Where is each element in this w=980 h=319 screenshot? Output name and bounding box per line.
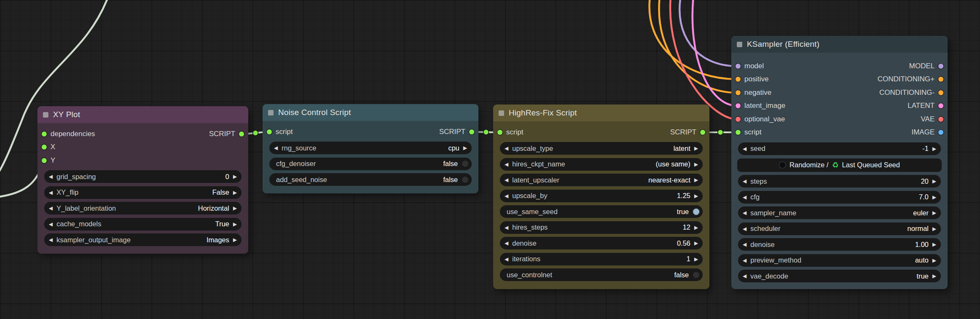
arrow-right-icon[interactable]: ▶ <box>932 242 936 247</box>
output-dot[interactable] <box>938 130 943 135</box>
widget-cfg-denoiser[interactable]: cfg_denoiser false <box>269 158 472 170</box>
node-xy-plot[interactable]: XY Plot dependencies SCRIPT X Y ◀ grid_s… <box>37 106 248 254</box>
arrow-left-icon[interactable]: ◀ <box>743 273 746 279</box>
arrow-left-icon[interactable]: ◀ <box>505 241 508 246</box>
arrow-left-icon[interactable]: ◀ <box>49 190 53 195</box>
arrow-right-icon[interactable]: ▶ <box>932 210 936 215</box>
node-highres-fix-script[interactable]: HighRes-Fix Script script SCRIPT ◀ upsca… <box>493 105 709 289</box>
node-header[interactable]: XY Plot <box>37 106 248 123</box>
node-header[interactable]: HighRes-Fix Script <box>493 105 709 121</box>
widget-denoise[interactable]: ◀ denoise 1.00 ▶ <box>738 238 941 251</box>
arrow-right-icon[interactable]: ▶ <box>932 146 936 151</box>
widget-y-label-orientation[interactable]: ◀ Y_label_orientation Horizontal ▶ <box>44 202 242 214</box>
output-dot[interactable] <box>938 77 943 82</box>
seed-control-button[interactable]: Randomize / ♻ Last Queued Seed <box>737 158 942 172</box>
input-dot[interactable] <box>736 90 741 95</box>
arrow-right-icon[interactable]: ▶ <box>233 174 237 179</box>
arrow-left-icon[interactable]: ◀ <box>49 174 53 179</box>
input-dot[interactable] <box>736 64 741 69</box>
arrow-right-icon[interactable]: ▶ <box>233 237 237 242</box>
toggle-knob[interactable] <box>693 208 700 215</box>
input-dot[interactable] <box>736 130 741 135</box>
arrow-right-icon[interactable]: ▶ <box>694 146 698 151</box>
input-dot[interactable] <box>497 130 502 135</box>
widget-hires-steps[interactable]: ◀ hires_steps 12 ▶ <box>500 221 703 234</box>
arrow-right-icon[interactable]: ▶ <box>932 258 936 263</box>
node-graph-canvas[interactable]: XY Plot dependencies SCRIPT X Y ◀ grid_s… <box>0 0 980 319</box>
widget-preview-method[interactable]: ◀ preview_method auto ▶ <box>738 254 941 267</box>
collapse-icon[interactable] <box>737 42 742 47</box>
arrow-left-icon[interactable]: ◀ <box>743 242 746 247</box>
arrow-left-icon[interactable]: ◀ <box>743 258 746 263</box>
arrow-left-icon[interactable]: ◀ <box>49 222 53 227</box>
node-noise-control-script[interactable]: Noise Control Script script SCRIPT ◀ rng… <box>263 104 478 193</box>
output-dot[interactable] <box>938 90 943 95</box>
arrow-left-icon[interactable]: ◀ <box>505 162 508 167</box>
arrow-left-icon[interactable]: ◀ <box>505 146 508 151</box>
collapse-icon[interactable] <box>43 112 48 118</box>
widget-cache-models[interactable]: ◀ cache_models True ▶ <box>44 218 242 231</box>
input-dot[interactable] <box>736 117 741 122</box>
node-header[interactable]: KSampler (Efficient) <box>731 36 948 53</box>
input-dot[interactable] <box>736 103 741 108</box>
output-dot[interactable] <box>938 103 943 108</box>
widget-grid-spacing[interactable]: ◀ grid_spacing 0 ▶ <box>44 170 242 183</box>
arrow-right-icon[interactable]: ▶ <box>932 195 936 200</box>
arrow-right-icon[interactable]: ▶ <box>233 222 237 227</box>
input-dot[interactable] <box>42 145 47 150</box>
arrow-right-icon[interactable]: ▶ <box>694 241 698 246</box>
arrow-right-icon[interactable]: ▶ <box>694 225 698 230</box>
arrow-right-icon[interactable]: ▶ <box>233 206 237 211</box>
input-dot[interactable] <box>736 77 741 82</box>
arrow-left-icon[interactable]: ◀ <box>49 237 53 242</box>
link-dot[interactable] <box>718 130 723 135</box>
node-ksampler-efficient[interactable]: KSampler (Efficient) model MODEL positiv… <box>731 36 948 289</box>
collapse-icon[interactable] <box>499 110 504 116</box>
arrow-right-icon[interactable]: ▶ <box>932 226 936 231</box>
arrow-left-icon[interactable]: ◀ <box>743 210 746 215</box>
widget-seed[interactable]: ◀ seed -1 ▶ <box>738 142 941 155</box>
output-dot[interactable] <box>700 130 705 135</box>
widget-upscale-type[interactable]: ◀ upscale_type latent ▶ <box>500 142 703 155</box>
output-dot[interactable] <box>239 131 244 137</box>
collapse-icon[interactable] <box>268 110 274 115</box>
widget-upscale-by[interactable]: ◀ upscale_by 1.25 ▶ <box>500 190 703 202</box>
output-dot[interactable] <box>938 117 943 122</box>
arrow-left-icon[interactable]: ◀ <box>505 177 508 182</box>
arrow-right-icon[interactable]: ▶ <box>694 257 698 262</box>
arrow-right-icon[interactable]: ▶ <box>932 179 936 184</box>
node-header[interactable]: Noise Control Script <box>263 104 478 121</box>
widget-latent-upscaler[interactable]: ◀ latent_upscaler nearest-exact ▶ <box>500 174 703 186</box>
arrow-left-icon[interactable]: ◀ <box>505 193 508 198</box>
output-dot[interactable] <box>938 64 943 69</box>
widget-hires-ckpt-name[interactable]: ◀ hires_ckpt_name (use same) ▶ <box>500 158 703 171</box>
widget-sampler-name[interactable]: ◀ sampler_name euler ▶ <box>738 206 941 219</box>
widget-cfg[interactable]: ◀ cfg 7.0 ▶ <box>738 191 941 204</box>
widget-use-same-seed[interactable]: use_same_seed true <box>500 205 703 218</box>
input-dot[interactable] <box>267 129 272 134</box>
widget-steps[interactable]: ◀ steps 20 ▶ <box>738 175 941 188</box>
widget-use-controlnet[interactable]: use_controlnet false <box>500 268 703 281</box>
arrow-right-icon[interactable]: ▶ <box>463 145 467 150</box>
arrow-right-icon[interactable]: ▶ <box>694 162 698 167</box>
arrow-left-icon[interactable]: ◀ <box>49 206 53 211</box>
arrow-left-icon[interactable]: ◀ <box>743 195 746 200</box>
widget-rng-source[interactable]: ◀ rng_source cpu ▶ <box>269 142 472 154</box>
widget-iterations[interactable]: ◀ iterations 1 ▶ <box>500 253 703 265</box>
arrow-right-icon[interactable]: ▶ <box>932 273 936 279</box>
output-dot[interactable] <box>469 129 474 134</box>
widget-scheduler[interactable]: ◀ scheduler normal ▶ <box>738 222 941 235</box>
arrow-left-icon[interactable]: ◀ <box>743 179 746 184</box>
arrow-left-icon[interactable]: ◀ <box>505 257 508 262</box>
input-dot[interactable] <box>42 131 47 137</box>
widget-add-seed-noise[interactable]: add_seed_noise false <box>269 173 472 186</box>
link-dot[interactable] <box>483 129 489 135</box>
widget-denoise[interactable]: ◀ denoise 0.56 ▶ <box>500 237 703 249</box>
toggle-knob[interactable] <box>693 271 700 279</box>
arrow-right-icon[interactable]: ▶ <box>694 177 698 182</box>
arrow-left-icon[interactable]: ◀ <box>743 226 746 231</box>
link-dot[interactable] <box>253 130 258 136</box>
arrow-left-icon[interactable]: ◀ <box>743 146 746 151</box>
toggle-knob[interactable] <box>462 160 469 167</box>
widget-ksampler-output-image[interactable]: ◀ ksampler_output_image Images ▶ <box>44 233 242 246</box>
